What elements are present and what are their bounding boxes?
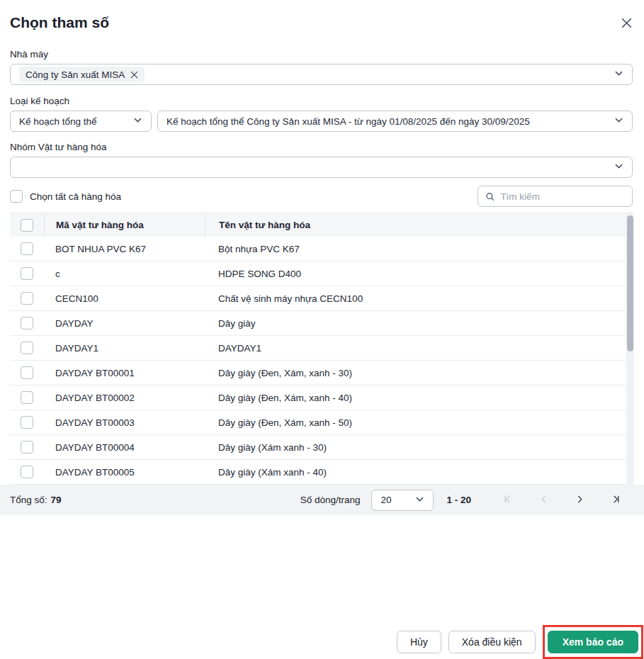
total-label: Tổng số: [10, 495, 47, 505]
table-row[interactable]: cHDPE SONG D400 [10, 261, 634, 286]
row-checkbox[interactable] [21, 267, 33, 280]
table-row[interactable]: DAYDAYDây giày [10, 311, 634, 336]
view-report-button[interactable]: Xem báo cáo [548, 631, 638, 653]
page-last-icon[interactable] [608, 491, 624, 509]
close-icon[interactable] [619, 16, 634, 33]
chevron-down-icon [415, 495, 424, 506]
factory-tag: Công ty Sản xuất MISA [19, 67, 145, 82]
item-name: Bột nhựa PVC K67 [205, 244, 634, 254]
item-group-label: Nhóm Vật tư hàng hóa [10, 142, 634, 152]
page-next-icon[interactable] [572, 491, 588, 509]
remove-tag-icon[interactable] [130, 71, 138, 79]
plan-detail-value: Kế hoạch tổng thể Công ty Sản xuất MISA … [166, 116, 536, 127]
item-code: DAYDAY1 [44, 343, 205, 354]
item-code: c [44, 269, 205, 279]
table-scrollbar[interactable] [626, 213, 634, 485]
chevron-down-icon [133, 115, 142, 128]
item-name: Dây giày (Đen, Xám, xanh - 30) [205, 368, 634, 378]
annotation-highlight-box: Xem báo cáo [543, 625, 643, 659]
table-body: BOT NHUA PVC K67Bột nhựa PVC K67cHDPE SO… [10, 237, 634, 485]
per-page-value: 20 [380, 495, 391, 505]
row-checkbox[interactable] [21, 242, 33, 255]
item-code: DAYDAY BT00001 [44, 368, 205, 378]
plan-type-label: Loại kế hoạch [10, 96, 634, 106]
table-row[interactable]: DAYDAY1DAYDAY1 [10, 336, 634, 361]
row-checkbox[interactable] [21, 416, 33, 429]
table-row[interactable]: DAYDAY BT00001Dây giày (Đen, Xám, xanh -… [10, 361, 634, 385]
row-checkbox[interactable] [21, 292, 33, 305]
table-row[interactable]: DAYDAY BT00002Dây giày (Đen, Xám, xanh -… [10, 385, 634, 410]
table-row[interactable]: DAYDAY BT00005Dây giày (Xám xanh - 40) [10, 460, 634, 485]
item-code: DAYDAY BT00002 [44, 393, 205, 403]
chevron-down-icon [614, 68, 623, 81]
plan-type-select[interactable]: Kế hoạch tổng thể [10, 111, 152, 132]
factory-label: Nhà máy [10, 49, 634, 60]
total-value: 79 [51, 495, 62, 505]
plan-type-value: Kế hoạch tổng thể [19, 116, 103, 127]
row-checkbox[interactable] [21, 391, 33, 404]
row-checkbox[interactable] [21, 441, 33, 454]
item-name: Dây giày (Xám xanh - 40) [205, 467, 634, 478]
item-name: Dây giày (Xám xanh - 30) [205, 442, 634, 453]
plan-detail-select[interactable]: Kế hoạch tổng thể Công ty Sản xuất MISA … [157, 111, 633, 132]
pagination-controls: Số dòng/trang 20 1 - 20 [300, 490, 634, 511]
row-checkbox[interactable] [21, 342, 33, 354]
item-code: BOT NHUA PVC K67 [44, 244, 205, 254]
item-name: Chất vệ sinh máy nhựa CECN100 [205, 293, 634, 304]
row-checkbox[interactable] [21, 317, 33, 330]
search-input[interactable] [500, 191, 625, 202]
scrollbar-thumb[interactable] [627, 215, 633, 351]
item-code: CECN100 [44, 293, 205, 304]
table-row[interactable]: DAYDAY BT00004Dây giày (Xám xanh - 30) [10, 435, 634, 460]
item-code: DAYDAY BT00005 [44, 467, 205, 478]
table-row[interactable]: DAYDAY BT00003Dây giày (Đen, Xám, xanh -… [10, 410, 634, 435]
row-checkbox[interactable] [21, 366, 33, 379]
item-code: DAYDAY BT00003 [44, 417, 205, 428]
factory-tag-label: Công ty Sản xuất MISA [26, 69, 125, 80]
select-all-checkbox[interactable]: Chọn tất cả hàng hóa [10, 190, 121, 203]
header-checkbox[interactable] [21, 219, 33, 232]
table-row[interactable]: BOT NHUA PVC K67Bột nhựa PVC K67 [10, 237, 634, 261]
row-checkbox[interactable] [21, 466, 33, 478]
table-header-row: Mã vật tư hàng hóa Tên vật tư hàng hóa [10, 213, 634, 237]
choose-parameters-dialog: Chọn tham số Nhà máy Công ty Sản xuất MI… [0, 0, 644, 659]
item-name: HDPE SONG D400 [205, 269, 634, 279]
chevron-down-icon [614, 161, 623, 174]
per-page-select[interactable]: 20 [371, 490, 434, 511]
column-header-name: Tên vật tư hàng hóa [205, 213, 634, 237]
column-header-code: Mã vật tư hàng hóa [44, 213, 205, 237]
item-group-select[interactable] [10, 157, 633, 178]
item-name: Dây giày (Đen, Xám, xanh - 50) [205, 417, 634, 428]
factory-select[interactable]: Công ty Sản xuất MISA [10, 64, 633, 85]
cancel-button[interactable]: Hủy [397, 631, 441, 653]
table-row[interactable]: CECN100Chất vệ sinh máy nhựa CECN100 [10, 286, 634, 311]
item-code: DAYDAY BT00004 [44, 442, 205, 453]
item-name: Dây giày (Đen, Xám, xanh - 40) [205, 393, 634, 403]
chevron-down-icon [614, 115, 623, 128]
checkbox-icon[interactable] [10, 190, 23, 203]
table-toolbar: Chọn tất cả hàng hóa [10, 186, 633, 207]
item-name: DAYDAY1 [205, 343, 634, 354]
pagination-bar: Tổng số: 79 Số dòng/trang 20 1 - 20 [0, 485, 644, 515]
items-table: Mã vật tư hàng hóa Tên vật tư hàng hóa B… [10, 213, 634, 485]
plan-row: Kế hoạch tổng thể Kế hoạch tổng thể Công… [10, 111, 633, 132]
search-box[interactable] [478, 186, 633, 207]
dialog-header: Chọn tham số [10, 14, 634, 35]
page-range: 1 - 20 [446, 495, 471, 505]
item-name: Dây giày [205, 318, 634, 329]
per-page-label: Số dòng/trang [300, 495, 361, 505]
page-title: Chọn tham số [10, 14, 109, 31]
dialog-actions: Hủy Xóa điều kiện Xem báo cáo [0, 625, 644, 659]
page-prev-icon[interactable] [536, 491, 552, 509]
select-all-label: Chọn tất cả hàng hóa [30, 191, 121, 202]
search-icon [485, 191, 495, 202]
item-code: DAYDAY [44, 318, 205, 329]
page-first-icon[interactable] [499, 491, 516, 509]
clear-conditions-button[interactable]: Xóa điều kiện [448, 631, 536, 653]
